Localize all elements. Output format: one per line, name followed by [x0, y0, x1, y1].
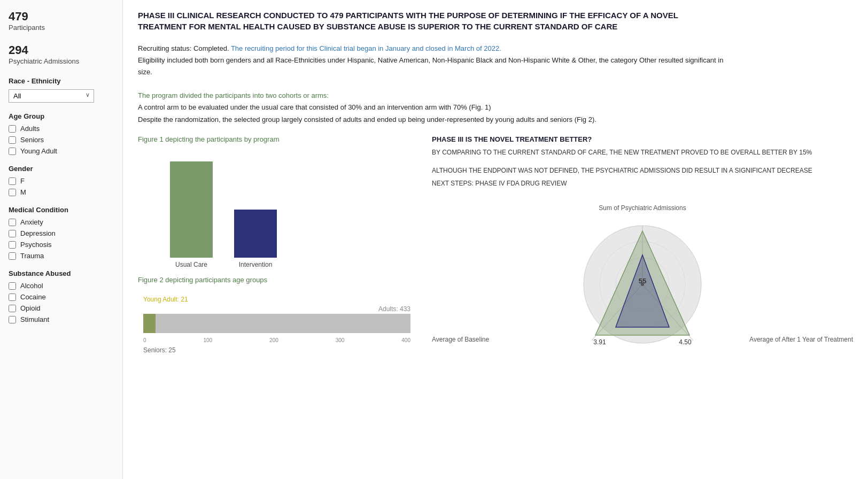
desc-arms: A control arm to be evaluated under the …: [138, 102, 726, 113]
phase-note2: NEXT STEPS: PHASE IV FDA DRUG REVIEW: [432, 179, 853, 188]
hbar-young-segment: [143, 314, 156, 333]
substance-opioid-checkbox[interactable]: [9, 305, 16, 312]
substance-opioid-label: Opioid: [20, 304, 41, 312]
hbar-axis: 0 100 200 300 400: [143, 337, 410, 343]
medical-condition-title: Medical Condition: [9, 206, 114, 214]
bar-usual-care: Usual Care: [170, 161, 213, 268]
phase-title: PHASE III IS THE NOVEL TREATMENT BETTER?: [432, 135, 853, 143]
desc-cohorts-intro: The program divided the participants int…: [138, 90, 726, 102]
admissions-count: 294: [9, 43, 114, 57]
condition-depression-option[interactable]: Depression: [9, 229, 114, 237]
phase-analysis-block: PHASE III IS THE NOVEL TREATMENT BETTER?…: [432, 135, 853, 188]
condition-trauma-label: Trauma: [20, 252, 44, 260]
age-youngadult-label: Young Adult: [20, 147, 57, 155]
age-seniors-checkbox[interactable]: [9, 136, 16, 144]
stat-admissions: 294 Psychiatric Admissions: [9, 43, 114, 65]
substance-alcohol-label: Alcohol: [20, 282, 43, 290]
adults-label: Adults: 433: [143, 305, 410, 313]
substance-opioid-option[interactable]: Opioid: [9, 304, 114, 312]
race-ethnicity-filter: Race - Ethnicity All Hispanic Native Ame…: [9, 77, 114, 103]
young-adult-annotation: Young Adult: 21: [143, 296, 188, 303]
gender-filter: Gender F M: [9, 165, 114, 196]
age-youngadult-checkbox[interactable]: [9, 148, 16, 155]
phase-note1: ALTHOUGH THE ENDPOINT WAS NOT DEFINED, T…: [432, 166, 853, 175]
medical-condition-filter: Medical Condition Anxiety Depression Psy…: [9, 206, 114, 260]
participants-label: Participants: [9, 24, 114, 32]
condition-depression-label: Depression: [20, 229, 56, 237]
gender-f-label: F: [20, 177, 25, 185]
bar-usual-care-rect: [170, 161, 213, 258]
gender-options: F M: [9, 177, 114, 196]
condition-depression-checkbox[interactable]: [9, 230, 16, 237]
gender-f-option[interactable]: F: [9, 177, 114, 185]
bar-intervention: Intervention: [234, 210, 277, 268]
sidebar: 479 Participants 294 Psychiatric Admissi…: [0, 0, 123, 479]
desc-line1: Recruiting status: Completed. The recrui…: [138, 43, 726, 55]
age-seniors-label: Seniors: [20, 136, 44, 144]
charts-column: Figure 1 depicting the participants by p…: [138, 135, 416, 359]
substance-cocaine-checkbox[interactable]: [9, 293, 16, 301]
radar-label-right: Average of After 1 Year of Treatment: [749, 336, 853, 343]
fig2-label: Figure 2 depicting participants age grou…: [138, 276, 416, 284]
gender-m-checkbox[interactable]: [9, 189, 16, 196]
hbar-adults-bar-container: [143, 314, 410, 333]
fig1-bar-chart: Usual Care Intervention: [138, 151, 416, 268]
substance-options: Alcohol Cocaine Opioid Stimulant: [9, 282, 114, 323]
description-block: Recruiting status: Completed. The recrui…: [138, 43, 726, 126]
gender-m-option[interactable]: M: [9, 188, 114, 196]
condition-anxiety-label: Anxiety: [20, 218, 43, 226]
age-adults-checkbox[interactable]: [9, 125, 16, 133]
age-adults-label: Adults: [20, 125, 40, 133]
bar-usual-care-label: Usual Care: [175, 261, 207, 268]
age-group-options: Adults Seniors Young Adult: [9, 125, 114, 155]
substance-stimulant-label: Stimulant: [20, 315, 49, 323]
age-group-filter: Age Group Adults Seniors Young Adult: [9, 112, 114, 155]
desc-recruiting-label: Recruiting status: Completed.: [138, 44, 229, 52]
radar-chart-container: Sum of Psychiatric Admissions Average of…: [432, 204, 853, 354]
substance-alcohol-checkbox[interactable]: [9, 282, 16, 290]
gender-f-checkbox[interactable]: [9, 177, 16, 185]
substance-cocaine-option[interactable]: Cocaine: [9, 293, 114, 301]
bar-intervention-rect: [234, 210, 277, 258]
seniors-label: Seniors: 25: [143, 346, 410, 354]
admissions-label: Psychiatric Admissions: [9, 57, 114, 65]
gender-title: Gender: [9, 165, 114, 173]
radar-svg: 55 3.91 4.50: [562, 215, 723, 354]
analysis-column: PHASE III IS THE NOVEL TREATMENT BETTER?…: [432, 135, 853, 359]
condition-psychosis-option[interactable]: Psychosis: [9, 241, 114, 249]
substance-alcohol-option[interactable]: Alcohol: [9, 282, 114, 290]
radar-val-left: 3.91: [593, 338, 606, 346]
participants-count: 479: [9, 10, 114, 24]
condition-anxiety-checkbox[interactable]: [9, 219, 16, 226]
substance-stimulant-checkbox[interactable]: [9, 316, 16, 323]
condition-psychosis-checkbox[interactable]: [9, 241, 16, 249]
gender-m-label: M: [20, 188, 26, 196]
substance-cocaine-label: Cocaine: [20, 293, 46, 301]
fig1-label: Figure 1 depicting the participants by p…: [138, 135, 416, 143]
page-title: PHASE III CLINICAL RESEARCH CONDUCTED TO…: [138, 10, 726, 32]
hbar-adults-row: Adults: 433 Young Adult: 21: [143, 305, 410, 333]
condition-anxiety-option[interactable]: Anxiety: [9, 218, 114, 226]
main-content: PHASE III CLINICAL RESEARCH CONDUCTED TO…: [123, 0, 868, 479]
hbar-adults-bar: [143, 314, 410, 333]
substance-abused-filter: Substance Abused Alcohol Cocaine Opioid …: [9, 269, 114, 323]
desc-eligibility: Eligibility included both born genders a…: [138, 55, 726, 78]
substance-stimulant-option[interactable]: Stimulant: [9, 315, 114, 323]
age-youngadult-option[interactable]: Young Adult: [9, 147, 114, 155]
age-seniors-option[interactable]: Seniors: [9, 136, 114, 144]
stat-participants: 479 Participants: [9, 10, 114, 32]
desc-randomization: Despite the randomization, the selected …: [138, 114, 726, 126]
radar-label-left: Average of Baseline: [432, 336, 489, 343]
race-ethnicity-select[interactable]: All Hispanic Native American Non-Hispani…: [9, 89, 94, 103]
condition-psychosis-label: Psychosis: [20, 241, 52, 249]
condition-trauma-checkbox[interactable]: [9, 252, 16, 260]
fig2-hbar-chart: Adults: 433 Young Adult: 21 0 100: [138, 289, 416, 359]
condition-trauma-option[interactable]: Trauma: [9, 252, 114, 260]
phase-subtitle: BY COMPARING TO THE CURRENT STANDARD OF …: [432, 148, 853, 157]
radar-val-right: 4.50: [679, 338, 692, 346]
race-ethnicity-select-wrapper: All Hispanic Native American Non-Hispani…: [9, 89, 94, 103]
radar-label-top: Sum of Psychiatric Admissions: [599, 204, 686, 212]
age-adults-option[interactable]: Adults: [9, 125, 114, 133]
content-grid: Figure 1 depicting the participants by p…: [138, 135, 853, 359]
radar-val-center: 55: [639, 277, 646, 285]
